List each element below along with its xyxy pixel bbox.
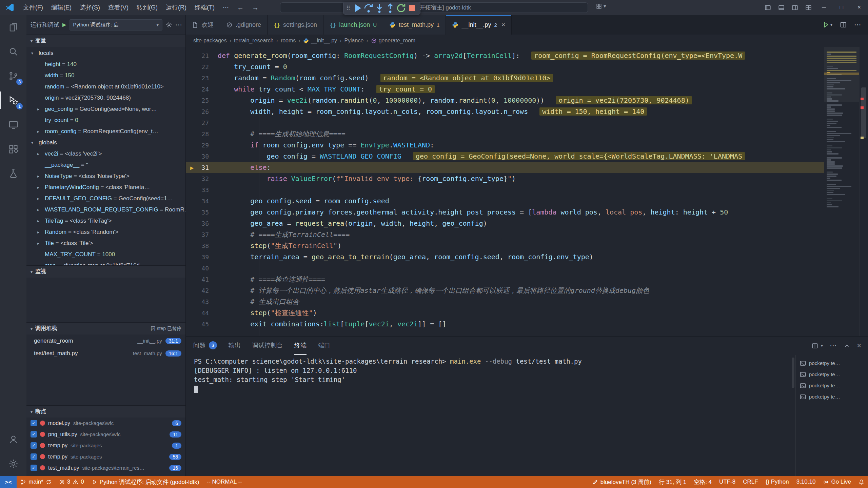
terminal[interactable]: PS C:\computer_science\godot-ldtk\site-p… [186, 355, 791, 476]
close-button[interactable]: × [850, 0, 868, 15]
code-editor[interactable]: 2021def generate_room(room_config: RoomR… [186, 47, 824, 336]
line-text[interactable]: # ====生成TerrainCell==== [218, 229, 350, 240]
line-text[interactable]: def generate_room(room_config: RoomReque… [218, 50, 745, 61]
gutter-glyph[interactable] [186, 106, 198, 117]
line-text[interactable]: while try_count < MAX_TRY_COUNT:try_coun… [218, 84, 435, 95]
remote-indicator[interactable]: >< [0, 476, 17, 488]
split-terminal-icon[interactable] [812, 343, 818, 349]
breakpoint-row[interactable]: ✓temp.pysite-packages1 [26, 440, 185, 451]
stack-frame-row[interactable]: test/test_math.pytest_math.py16:1 [26, 347, 185, 360]
step-out-button[interactable] [385, 3, 396, 13]
variable-row[interactable]: step = <function step at 0x1bf8d716d… [26, 260, 185, 265]
line-text[interactable]: origin = vec2i(random.randint(0, 1000000… [218, 95, 692, 106]
activity-item-remote-explorer[interactable] [0, 113, 26, 137]
maximize-button[interactable]: □ [833, 0, 850, 15]
scope-row[interactable]: ▾globals [26, 137, 185, 148]
variable-row[interactable]: ▸WASTELAND_ROOM_REQUEST_CONFIG = RoomR… [26, 204, 185, 215]
language-mode[interactable]: {} Python [762, 476, 793, 488]
gutter-glyph[interactable] [186, 307, 198, 319]
gutter-glyph[interactable] [186, 229, 198, 240]
eol[interactable]: CRLF [739, 476, 762, 488]
menu-item[interactable]: 编辑(E) [47, 2, 76, 13]
line-text[interactable]: geo_config = WASTELAND_GEO_CONFIGgeo_con… [218, 151, 745, 162]
scrollbar-thumb[interactable] [792, 358, 794, 388]
variable-row[interactable]: MAX_TRY_COUNT = 1000 [26, 249, 185, 260]
breadcrumb-item[interactable]: __init__.py [303, 38, 337, 44]
maximize-panel-icon[interactable] [844, 343, 850, 349]
line-text[interactable]: random = Random(room_config.seed)random … [218, 73, 553, 84]
line-text[interactable]: # 生成出口组合 [218, 296, 299, 307]
overview-ruler[interactable] [859, 47, 868, 336]
gutter-glyph[interactable] [186, 274, 198, 285]
problems-button[interactable]: 3 0 [55, 476, 88, 488]
menu-item[interactable]: ⋯ [219, 2, 233, 13]
indentation[interactable]: 空格: 4 [690, 476, 715, 488]
checkbox[interactable]: ✓ [31, 465, 37, 471]
toggle-panel-button[interactable] [774, 0, 788, 15]
line-text[interactable]: else: [218, 162, 271, 173]
gutter-glyph[interactable] [186, 47, 198, 50]
menu-item[interactable]: 选择(S) [76, 2, 104, 13]
command-center[interactable]: [伺服开拓宿主] godot-ldtk [280, 2, 588, 13]
history-back-button[interactable]: ← [233, 4, 248, 12]
activity-item-source-control[interactable]: 3 [0, 64, 26, 88]
panel-tab-终端[interactable]: 终端 [294, 337, 307, 355]
activity-item-explorer[interactable] [0, 15, 26, 39]
activity-item-account[interactable] [0, 427, 26, 451]
variable-row[interactable]: ▸PlanetaryWindConfig = <class 'Planeta… [26, 182, 185, 193]
stop-button[interactable] [407, 3, 417, 13]
menu-item[interactable]: 查看(V) [104, 2, 133, 13]
gutter-glyph[interactable] [186, 128, 198, 140]
panel-tab-输出[interactable]: 输出 [229, 337, 241, 355]
line-text[interactable]: geo_area = request_area(origin, width, h… [218, 218, 487, 229]
restart-button[interactable] [396, 3, 407, 13]
variable-row[interactable]: try_count = 0 [26, 115, 185, 126]
panel-tab-端口[interactable]: 端口 [318, 337, 330, 355]
breakpoint-row[interactable]: ✓temp.pysite-packages58 [26, 451, 185, 462]
drag-grip[interactable]: ⠿ [346, 5, 350, 12]
continue-button[interactable] [352, 3, 363, 13]
cursor-position[interactable]: 行 31, 列 1 [655, 476, 690, 488]
breadcrumb-item[interactable]: site-packages [193, 38, 227, 44]
line-text[interactable]: width, height = room_config.layout.n_col… [218, 106, 647, 117]
breadcrumb-item[interactable]: Pylance [344, 38, 363, 44]
line-text[interactable]: step("检查连通性") [218, 307, 317, 319]
breadcrumb-item[interactable]: terrain_research [234, 38, 274, 44]
launch-config-select[interactable]: Python 调试程序: 启 ▾ [70, 19, 162, 30]
gutter-glyph[interactable] [186, 240, 198, 251]
panel-more-button[interactable]: ⋯ [830, 342, 837, 350]
go-live[interactable]: Go Live [819, 476, 855, 488]
gutter-glyph[interactable] [186, 251, 198, 263]
variable-row[interactable]: ▸Random = <class 'Random'> [26, 226, 185, 238]
gutter-glyph[interactable] [186, 207, 198, 218]
gutter-glyph[interactable] [186, 140, 198, 151]
menu-item[interactable]: 文件(F) [19, 2, 47, 13]
breakpoint-row[interactable]: ✓png_utils.pysite-packages\wfc11 [26, 429, 185, 440]
step-into-button[interactable] [374, 3, 385, 13]
activity-item-settings[interactable] [0, 451, 26, 476]
checkbox[interactable]: ✓ [31, 420, 37, 426]
activity-item-testing[interactable] [0, 161, 26, 186]
variable-row[interactable]: ▸vec2i = <class 'vec2i'> [26, 148, 185, 159]
line-text[interactable]: geo_config.primary_forces.geothermal_act… [218, 207, 728, 218]
python-version[interactable]: 3.10.10 [793, 476, 820, 488]
gutter-glyph[interactable] [186, 263, 198, 274]
activity-item-search[interactable] [0, 39, 26, 64]
checkbox[interactable]: ✓ [31, 442, 37, 449]
variable-row[interactable]: origin = vec2i(7205730, 9024468) [26, 92, 185, 103]
gutter-glyph[interactable] [186, 285, 198, 296]
terminal-list-item[interactable]: pocketpy te… [796, 369, 868, 380]
line-text[interactable]: step("生成TerrainCell") [218, 240, 341, 251]
git-blame[interactable]: blueloveTH (3 周前) [589, 476, 655, 488]
line-text[interactable]: # 计算每一个出口的中心，然后使用astar生成路径，确保每一个出口组合都可以联… [218, 285, 649, 296]
breakpoint-row[interactable]: ✓model.pysite-packages\wfc6 [26, 418, 185, 429]
line-text[interactable]: if room_config.env_type == EnvType.WASTE… [218, 140, 434, 151]
checkbox[interactable]: ✓ [31, 431, 37, 438]
line-text[interactable]: terrain_area = geo_area_to_terrain(geo_a… [218, 251, 593, 263]
stack-frame-row[interactable]: generate_room__init__.py31:1 [26, 334, 185, 347]
customize-layout-button[interactable] [802, 0, 815, 15]
notifications-bell[interactable] [855, 476, 868, 488]
split-editor-icon[interactable] [840, 21, 847, 28]
gutter-glyph[interactable] [186, 196, 198, 207]
start-debug-button[interactable]: ▶ [62, 22, 66, 28]
